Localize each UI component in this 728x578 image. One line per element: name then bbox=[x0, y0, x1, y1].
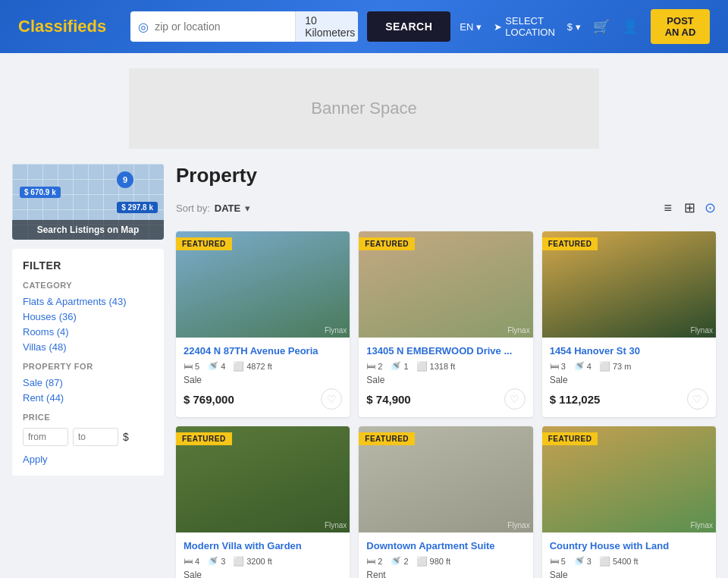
km-dropdown[interactable]: 10 Kilometers ▾ bbox=[295, 11, 358, 42]
filter-property-for-item[interactable]: Sale (87) bbox=[23, 377, 153, 388]
logo[interactable]: Classifieds bbox=[18, 17, 106, 36]
filter-title: FILTER bbox=[23, 259, 153, 272]
apply-filter-button[interactable]: Apply bbox=[23, 454, 48, 465]
content-area: Property Sort by: DATE ▾ ≡ ⊞ ⊙ FEATURED … bbox=[176, 164, 716, 578]
listing-card: FEATURED Flynax 13405 N EMBERWOOD Drive … bbox=[359, 231, 532, 417]
sort-by-control[interactable]: Sort by: DATE ▾ bbox=[176, 203, 250, 214]
map-preview[interactable]: $ 670.9 k 9 $ 297.8 k Search Listings on… bbox=[12, 164, 164, 240]
filter-category-item[interactable]: Villas (48) bbox=[23, 341, 153, 353]
filter-category-item[interactable]: Rooms (4) bbox=[23, 326, 153, 338]
card-body: Downtown Apartment Suite 🛏 2 🚿 2 ⬜ 980 f… bbox=[359, 532, 532, 578]
sort-chevron-icon: ▾ bbox=[245, 203, 250, 214]
banner-space: Banner Space bbox=[129, 68, 599, 149]
price-to-input[interactable] bbox=[73, 428, 118, 446]
favorite-button[interactable]: ♡ bbox=[504, 388, 526, 410]
sort-bar: Sort by: DATE ▾ ≡ ⊞ ⊙ bbox=[176, 196, 716, 219]
card-status: Sale bbox=[366, 375, 525, 385]
baths-value: 1 bbox=[403, 362, 408, 371]
sort-label: Sort by: bbox=[176, 203, 210, 214]
search-button[interactable]: SEARCH bbox=[367, 11, 450, 42]
card-title[interactable]: Country House with Land bbox=[550, 540, 708, 551]
area-spec: ⬜ 1318 ft bbox=[416, 361, 456, 372]
filter-property-for: Sale (87)Rent (44) bbox=[23, 377, 153, 404]
select-location-button[interactable]: ➤ SELECT LOCATION bbox=[494, 15, 555, 38]
price-from-input[interactable] bbox=[23, 428, 68, 446]
view-icons: ≡ ⊞ ⊙ bbox=[661, 196, 716, 219]
bath-icon: 🚿 bbox=[573, 556, 585, 567]
baths-spec: 🚿 1 bbox=[390, 361, 408, 372]
listing-card: FEATURED Flynax Downtown Apartment Suite… bbox=[359, 426, 532, 578]
location-arrow-icon: ➤ bbox=[494, 21, 502, 33]
content-header: Property bbox=[176, 164, 716, 187]
cart-icon[interactable]: 🛒 bbox=[593, 18, 610, 35]
beds-spec: 🛏 2 bbox=[366, 361, 382, 372]
featured-badge: FEATURED bbox=[359, 237, 415, 250]
filter-category-item[interactable]: Flats & Apartments (43) bbox=[23, 296, 153, 307]
list-view-icon[interactable]: ≡ bbox=[661, 197, 675, 219]
watermark: Flynax bbox=[507, 326, 529, 335]
featured-badge: FEATURED bbox=[359, 432, 415, 445]
watermark: Flynax bbox=[691, 326, 713, 335]
area-spec: ⬜ 5400 ft bbox=[599, 556, 639, 567]
lang-selector[interactable]: EN ▾ bbox=[460, 21, 482, 33]
bath-icon: 🚿 bbox=[207, 556, 218, 567]
beds-value: 5 bbox=[561, 557, 566, 566]
filter-property-for-item[interactable]: Rent (44) bbox=[23, 392, 153, 404]
currency-label: $ bbox=[567, 21, 573, 33]
area-icon: ⬜ bbox=[599, 361, 610, 372]
area-icon: ⬜ bbox=[233, 361, 244, 372]
card-title[interactable]: Downtown Apartment Suite bbox=[366, 540, 525, 551]
favorite-button[interactable]: ♡ bbox=[687, 388, 708, 410]
watermark: Flynax bbox=[325, 326, 347, 335]
card-title[interactable]: Modern Villa with Garden bbox=[184, 540, 342, 551]
card-status: Sale bbox=[184, 375, 342, 385]
favorite-button[interactable]: ♡ bbox=[321, 388, 342, 410]
card-title[interactable]: 1454 Hanover St 30 bbox=[550, 345, 708, 357]
card-specs: 🛏 5 🚿 4 ⬜ 4872 ft bbox=[184, 361, 342, 372]
area-value: 5400 ft bbox=[613, 557, 639, 566]
property-for-section-title: PROPERTY FOR bbox=[23, 362, 153, 371]
bath-icon: 🚿 bbox=[573, 361, 585, 372]
area-spec: ⬜ 4872 ft bbox=[233, 361, 272, 372]
page-title: Property bbox=[176, 164, 257, 187]
card-specs: 🛏 4 🚿 3 ⬜ 3200 ft bbox=[184, 556, 342, 567]
bed-icon: 🛏 bbox=[184, 556, 193, 567]
card-specs: 🛏 2 🚿 1 ⬜ 1318 ft bbox=[366, 361, 525, 372]
card-specs: 🛏 3 🚿 4 ⬜ 73 m bbox=[550, 361, 708, 372]
currency-selector[interactable]: $ ▾ bbox=[567, 21, 581, 33]
map-view-icon[interactable]: ⊙ bbox=[704, 199, 716, 216]
card-footer: $ 112,025 ♡ bbox=[550, 388, 708, 410]
featured-badge: FEATURED bbox=[176, 237, 232, 250]
beds-spec: 🛏 4 bbox=[184, 556, 199, 567]
featured-badge: FEATURED bbox=[176, 432, 232, 445]
card-title[interactable]: 22404 N 87TH Avenue Peoria bbox=[184, 345, 342, 357]
post-ad-button[interactable]: POST AN AD bbox=[651, 9, 710, 44]
card-specs: 🛏 5 🚿 3 ⬜ 5400 ft bbox=[550, 556, 708, 567]
card-price: $ 769,000 bbox=[184, 393, 234, 406]
beds-spec: 🛏 5 bbox=[550, 556, 566, 567]
card-image: FEATURED Flynax bbox=[542, 231, 716, 338]
card-body: Modern Villa with Garden 🛏 4 🚿 3 ⬜ 3200 … bbox=[176, 532, 350, 578]
listing-card: FEATURED Flynax Modern Villa with Garden… bbox=[176, 426, 350, 578]
bed-icon: 🛏 bbox=[366, 556, 375, 567]
location-input-wrap: ◎ bbox=[130, 11, 295, 42]
card-title[interactable]: 13405 N EMBERWOOD Drive ... bbox=[366, 345, 525, 357]
user-icon[interactable]: 👤 bbox=[622, 18, 639, 35]
baths-value: 4 bbox=[587, 362, 592, 371]
filter-category-item[interactable]: Houses (36) bbox=[23, 311, 153, 322]
beds-spec: 🛏 2 bbox=[366, 556, 382, 567]
map-badge-2: $ 297.8 k bbox=[117, 202, 158, 213]
location-bar: ◎ 10 Kilometers ▾ bbox=[130, 11, 358, 42]
grid-view-icon[interactable]: ⊞ bbox=[681, 196, 698, 219]
location-input[interactable] bbox=[155, 20, 287, 33]
card-price: $ 74,900 bbox=[366, 393, 410, 406]
card-status: Rent bbox=[366, 570, 525, 578]
map-badge-1: $ 670.9 k bbox=[20, 187, 61, 198]
baths-spec: 🚿 3 bbox=[207, 556, 225, 567]
area-spec: ⬜ 73 m bbox=[599, 361, 631, 372]
map-count-badge: 9 bbox=[117, 171, 133, 188]
filter-box: FILTER CATEGORY Flats & Apartments (43)H… bbox=[12, 249, 164, 476]
card-specs: 🛏 2 🚿 2 ⬜ 980 ft bbox=[366, 556, 525, 567]
price-range: $ bbox=[23, 428, 153, 446]
baths-value: 3 bbox=[587, 557, 592, 566]
